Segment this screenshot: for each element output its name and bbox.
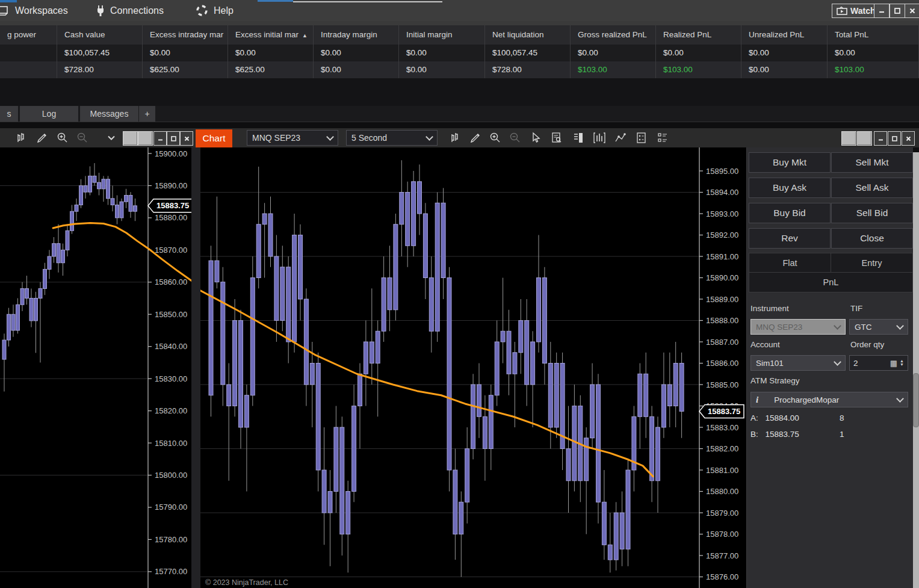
main-window-button-1[interactable] <box>841 131 856 146</box>
indicators-icon[interactable] <box>613 130 628 146</box>
column-header[interactable]: Unrealized PnL <box>741 25 827 45</box>
instrument-selector[interactable]: MNQ SEP23 <box>247 130 338 146</box>
column-header[interactable]: Net liquidation <box>485 25 570 45</box>
tab-s[interactable]: s <box>0 106 18 122</box>
table-cell[interactable]: $0.00 <box>228 45 313 61</box>
info-icon[interactable]: i <box>756 395 758 405</box>
table-cell[interactable]: $728.00 <box>57 61 142 78</box>
table-cell[interactable]: $0.00 <box>143 45 227 61</box>
table-cell[interactable]: $0.00 <box>741 61 827 78</box>
axis-label: 15881.00 <box>706 466 738 475</box>
candle-body <box>43 269 47 288</box>
left-chart-minimize-button[interactable] <box>153 131 167 146</box>
scrollbar-thumb[interactable] <box>913 373 919 427</box>
column-header[interactable]: Initial margin <box>399 25 484 45</box>
sell-bid-button[interactable]: Sell Bid <box>831 203 913 223</box>
bid-qty: 1 <box>840 430 844 439</box>
data-box-icon[interactable] <box>549 130 565 146</box>
column-header[interactable]: g power <box>0 25 57 45</box>
left-window-button-1[interactable] <box>123 131 138 146</box>
panel-scrollbar[interactable] <box>913 152 919 588</box>
table-cell[interactable]: $103.00 <box>571 61 655 78</box>
column-header[interactable]: Intraday margin <box>314 25 398 45</box>
column-header[interactable]: Realized PnL <box>656 25 741 45</box>
tab--[interactable]: + <box>139 106 155 122</box>
chart-style-icon[interactable] <box>447 130 463 146</box>
table-cell[interactable]: $625.00 <box>228 61 313 78</box>
toolbar-dropdown-caret[interactable] <box>104 130 119 146</box>
column-header[interactable]: Excess initial mar▲ <box>228 25 313 45</box>
window-close-button[interactable] <box>905 4 919 18</box>
rev-button[interactable]: Rev <box>749 228 831 249</box>
buy-ask-button[interactable]: Buy Ask <box>749 178 831 198</box>
left-window-button-2[interactable] <box>138 131 153 146</box>
tif-selector[interactable]: GTC <box>849 319 908 335</box>
buy-bid-button[interactable]: Buy Bid <box>749 203 831 223</box>
table-cell[interactable]: $0.00 <box>656 45 741 61</box>
atm-strategy-selector[interactable]: i ProchargedMopar <box>750 392 908 407</box>
table-cell[interactable]: $0.00 <box>314 61 398 78</box>
bar-type-icon[interactable] <box>592 130 607 146</box>
left-chart-close-button[interactable] <box>180 131 193 146</box>
candle-body <box>638 374 642 416</box>
watch-button[interactable]: Watch <box>832 4 880 18</box>
table-cell[interactable]: $728.00 <box>485 61 570 78</box>
cursor-icon[interactable] <box>528 130 543 146</box>
charts-area: 15900.0015890.0015880.0015870.0015860.00… <box>0 147 746 588</box>
table-cell[interactable]: $103.00 <box>656 61 741 78</box>
chart-window-tab[interactable]: Chart <box>196 129 232 147</box>
calculator-icon[interactable]: ▦ <box>890 359 897 368</box>
spinner-down-icon[interactable]: ▼ <box>900 363 904 367</box>
zoom-in-icon[interactable] <box>487 130 503 146</box>
interval-selector[interactable]: 5 Second <box>346 130 438 146</box>
table-cell[interactable]: $0.00 <box>399 61 484 78</box>
main-chart-minimize-button[interactable] <box>874 131 887 146</box>
main-window-button-2[interactable] <box>857 131 872 146</box>
close-button[interactable]: Close <box>831 228 913 249</box>
main-chart[interactable]: 15895.0015894.0015893.0015892.0015891.00… <box>200 147 746 588</box>
window-minimize-button[interactable] <box>874 4 890 18</box>
menu-connections[interactable]: Connections <box>96 0 164 21</box>
table-cell[interactable]: $100,057.45 <box>485 45 570 61</box>
main-chart-close-button[interactable] <box>902 131 915 146</box>
left-chart[interactable]: 15900.0015890.0015880.0015870.0015860.00… <box>0 147 200 588</box>
zoom-out-icon[interactable] <box>507 130 523 146</box>
sell-mkt-button[interactable]: Sell Mkt <box>831 152 913 173</box>
sell-ask-button[interactable]: Sell Ask <box>831 178 913 198</box>
zoom-out-icon[interactable] <box>75 130 90 146</box>
panel-instrument-selector[interactable]: MNQ SEP23 <box>750 319 846 335</box>
menu-workspaces[interactable]: Workspaces <box>0 0 68 21</box>
chart-style-icon[interactable] <box>13 130 29 146</box>
tab-log[interactable]: Log <box>20 106 78 122</box>
chart-trader-panel-icon[interactable] <box>571 130 586 146</box>
window-maximize-button[interactable] <box>890 4 905 18</box>
tab-messages[interactable]: Messages <box>80 106 138 122</box>
table-cell[interactable]: $100,057.45 <box>57 45 142 61</box>
table-cell[interactable]: $625.00 <box>143 61 227 78</box>
properties-list-icon[interactable] <box>655 130 670 146</box>
drawing-tools-icon[interactable] <box>468 130 483 146</box>
order-qty-field[interactable]: 2 ▦ ▲▼ <box>849 355 908 371</box>
main-chart-maximize-button[interactable] <box>888 131 901 146</box>
column-header[interactable]: Total PnL <box>828 25 918 45</box>
table-cell[interactable] <box>0 61 57 78</box>
strategies-icon[interactable] <box>634 130 649 146</box>
table-cell[interactable]: $0.00 <box>399 45 484 61</box>
table-cell[interactable]: $0.00 <box>741 45 827 61</box>
left-chart-maximize-button[interactable] <box>167 131 180 146</box>
drawing-tools-icon[interactable] <box>34 130 50 146</box>
column-header[interactable]: Cash value <box>57 25 142 45</box>
table-cell[interactable]: $0.00 <box>571 45 655 61</box>
table-cell[interactable]: $0.00 <box>828 45 918 61</box>
qty-spinner[interactable]: ▲▼ <box>900 359 904 367</box>
account-selector[interactable]: Sim101 <box>750 355 846 371</box>
column-header[interactable]: Excess intraday mar <box>143 25 227 45</box>
column-header[interactable]: Gross realized PnL <box>571 25 655 45</box>
table-cell[interactable]: $103.00 <box>828 61 918 78</box>
table-cell[interactable] <box>0 45 57 61</box>
candle-body <box>352 406 356 492</box>
buy-mkt-button[interactable]: Buy Mkt <box>749 152 831 173</box>
menu-help[interactable]: Help <box>196 0 234 21</box>
zoom-in-icon[interactable] <box>55 130 70 146</box>
table-cell[interactable]: $0.00 <box>314 45 398 61</box>
